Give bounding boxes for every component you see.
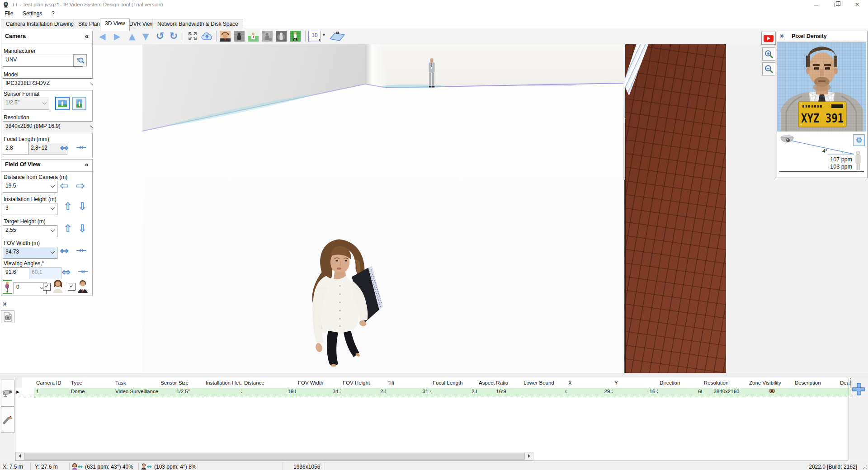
narrow-arrow-icon[interactable]: →← <box>76 245 85 255</box>
table-hscrollbar[interactable] <box>15 452 533 461</box>
orientation-landscape-button[interactable] <box>55 97 70 110</box>
table-cell[interactable]: Video Surveillance <box>113 388 163 397</box>
narrow-fov-arrow-icon[interactable]: →← <box>76 142 85 152</box>
3d-viewport[interactable] <box>142 44 726 373</box>
table-cell[interactable]: 60 <box>658 388 706 397</box>
fit-view-button[interactable] <box>186 30 199 42</box>
lower-camera-arrow-icon[interactable]: ⇩ <box>78 201 87 212</box>
restore-button[interactable] <box>826 0 846 9</box>
table-cell[interactable]: Dome <box>69 388 118 397</box>
manufacturer-search-button[interactable] <box>73 54 87 66</box>
woman-icon <box>52 279 64 294</box>
collapse-left-icon[interactable]: « <box>85 160 89 168</box>
collapse-left-icon[interactable]: « <box>85 32 89 40</box>
tilt-down-button[interactable]: ▼ <box>139 30 152 42</box>
raise-camera-arrow-icon[interactable]: ⇧ <box>63 201 72 212</box>
table-cell[interactable]: 1/2.5" <box>159 388 208 397</box>
target-height-select[interactable]: 2.55 <box>3 225 57 237</box>
fov-section-header[interactable]: Field Of View « <box>1 160 92 172</box>
widen-angle-arrow-icon[interactable]: ⇔ <box>61 267 71 277</box>
rotate-ccw-icon: ↺ <box>156 31 164 41</box>
camera-snapshot-button[interactable] <box>1 310 14 323</box>
table-cell[interactable]: 2.5 <box>341 388 390 397</box>
table-cell[interactable]: 2.8 <box>431 388 481 397</box>
youtube-help-button[interactable] <box>761 32 776 45</box>
move-closer-arrow-icon[interactable]: ⇦ <box>60 180 69 191</box>
pixel-density-settings-button[interactable]: ⚙ <box>853 134 865 146</box>
fov-width-value: 34.73 <box>5 249 19 255</box>
raise-target-arrow-icon[interactable]: ⇧ <box>63 223 72 234</box>
cables-button[interactable] <box>1 406 14 433</box>
scroll-left-button[interactable] <box>16 452 24 459</box>
version-readout: 2022.0 [Build: 2162] <box>809 464 857 470</box>
table-cell[interactable]: 19.5 <box>242 388 300 397</box>
view-mode-face-closeup-button[interactable] <box>219 30 231 42</box>
minimize-button[interactable] <box>806 0 826 9</box>
orientation-portrait-button[interactable] <box>72 97 86 110</box>
zoom-in-button[interactable] <box>762 47 775 61</box>
undo-rotate-ccw-button[interactable]: ↺ <box>154 30 166 42</box>
zoom-out-button[interactable] <box>762 62 775 75</box>
restore-icon-back <box>836 1 840 6</box>
person-model-woman[interactable] <box>299 235 383 368</box>
show-woman-checkbox[interactable] <box>43 283 51 291</box>
view-mode-night-button[interactable] <box>275 30 288 42</box>
table-cell[interactable]: 34.7 <box>296 388 345 397</box>
widen-arrow-icon[interactable]: ⇔ <box>60 245 69 256</box>
add-camera-button[interactable] <box>851 382 866 396</box>
installation-height-select[interactable]: 3 <box>3 203 57 215</box>
resize-grip[interactable] <box>863 465 867 469</box>
resolution-select[interactable]: 3840x2160 (8MP 16:9) <box>3 121 97 133</box>
table-cell[interactable]: 16:9 <box>477 388 526 397</box>
viewing-angle-h-value: 91.6 <box>5 269 16 275</box>
table-cell[interactable]: 16.2 <box>613 388 662 397</box>
left-panel: Camera « Manufacturer UNV Model IPC3238E… <box>0 28 93 373</box>
show-fov-pyramid-button[interactable] <box>329 30 346 42</box>
table-cell[interactable]: 3 <box>204 388 246 397</box>
tilt-up-button[interactable]: ▲ <box>126 30 138 42</box>
lower-target-arrow-icon[interactable]: ⇩ <box>78 223 87 234</box>
zone-visibility-eye-icon[interactable] <box>747 388 797 397</box>
table-cell[interactable] <box>838 388 851 397</box>
scroll-right-button[interactable] <box>525 452 533 459</box>
table-cell[interactable] <box>793 388 842 397</box>
redo-rotate-cw-button[interactable]: ↻ <box>167 30 180 42</box>
view-mode-walking-button[interactable] <box>289 30 302 42</box>
license-plate-text: XYZ 391 <box>801 111 844 125</box>
view-mode-identify-bw-button[interactable] <box>233 30 245 42</box>
person-count-select[interactable]: 0 <box>14 282 47 294</box>
tab-3d-view[interactable]: 3D View <box>100 19 130 31</box>
expand-right-icon[interactable]: » <box>780 32 784 40</box>
model-label: Model <box>4 71 19 78</box>
scroll-thumb[interactable] <box>24 453 525 460</box>
fov-width-select[interactable]: 34.73 <box>3 247 57 259</box>
zoom-level-box[interactable]: 10 <box>308 31 321 42</box>
table-cell[interactable]: 0 <box>522 388 571 397</box>
rotate-right-button[interactable]: ▶ <box>111 30 123 42</box>
sensor-format-select[interactable]: 1/2.5" <box>3 98 49 110</box>
expand-panel-icon[interactable]: » <box>3 300 7 308</box>
person-count-value: 0 <box>16 284 19 290</box>
minimize-icon <box>814 5 818 5</box>
table-row[interactable]: ▶ 1DomeVideo Surveillance1/2.5"319.534.7… <box>15 378 848 396</box>
zoom-level-dropdown-button[interactable]: ▼ <box>322 33 326 37</box>
model-select[interactable]: IPC3238ER3-DVZ <box>3 78 97 90</box>
narrow-angle-arrow-icon[interactable]: →← <box>78 267 87 277</box>
camera-section-header[interactable]: Camera « <box>1 31 92 43</box>
manufacturer-select[interactable]: UNV <box>3 55 83 67</box>
table-cell[interactable]: 1 <box>34 388 73 397</box>
view-mode-detect-noise-button[interactable] <box>261 30 274 42</box>
move-away-arrow-icon[interactable]: ⇨ <box>76 180 85 191</box>
person-height-icon <box>2 280 13 296</box>
view-mode-recognize-button[interactable] <box>247 30 259 42</box>
table-cell[interactable]: 3840x2160 <box>702 388 751 397</box>
cameras-list-button[interactable] <box>1 380 14 406</box>
person-model-man[interactable] <box>426 58 437 90</box>
distance-select[interactable]: 19.5 <box>3 181 57 193</box>
rotate-left-button[interactable]: ◀ <box>96 30 108 42</box>
upload-view-button[interactable] <box>201 30 213 42</box>
widen-fov-arrow-icon[interactable]: ⇔ <box>60 142 69 153</box>
table-cell[interactable]: 29.3 <box>566 388 617 397</box>
table-cell[interactable]: 31.4 <box>386 388 435 397</box>
show-man-checkbox[interactable] <box>68 283 75 291</box>
